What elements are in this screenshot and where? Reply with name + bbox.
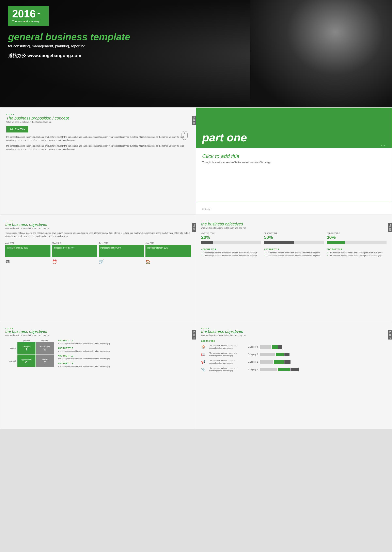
slide-part-one: part one ... Click to add title Thought … [196, 107, 392, 215]
detail-col-0: ADD THE TITLE The concepts national inco… [201, 248, 261, 257]
tl-date-2: June 2013 [99, 242, 144, 244]
part-one-bottom: Click to add title Thought for customer … [196, 148, 392, 172]
click-subtitle: Thought for customer service "is the sac… [202, 161, 385, 164]
prog-bar-fill-1 [264, 241, 294, 244]
timeline-item-0: April 2013 Increaser profit by 30% ☎ [5, 242, 50, 264]
section-subtitle-obj2: what we hope to achieve in the short and… [201, 227, 386, 229]
tl-date-3: July 2013 [146, 242, 191, 244]
prog-item-0: ADD THE TITLE 20% [201, 232, 261, 244]
swot-content: ADD THE TITLE The concepts national inco… [58, 340, 191, 370]
bar-green-3 [278, 368, 290, 371]
section-subtitle-prop: What we hope to achieve in the short and… [6, 121, 190, 123]
bar-green-0 [272, 345, 278, 349]
detail-item-0-1: The concepts national income and nationa… [201, 254, 261, 257]
swot-grid-wrapper: positive negative internal Strengths S [5, 340, 191, 370]
detail-row: ADD THE TITLE The concepts national inco… [201, 248, 386, 257]
page-tab-06: PAGE 06 [192, 330, 196, 340]
chart-bars-1 [260, 353, 386, 356]
hero-tagline: for consulting, management, planning, re… [8, 44, 85, 49]
section-title-chart: the business objectives [201, 329, 386, 334]
bar-gray-2 [260, 360, 273, 364]
tl-box-1: Increaser profit by 30% [52, 245, 97, 257]
chart-text-2: The concepts national income and nationa… [209, 359, 242, 364]
bar-green-1 [276, 353, 284, 356]
detail-col-2: ADD THE TITLE The concepts national inco… [327, 248, 386, 257]
tl-date-1: May 2013 [52, 242, 97, 244]
swot-cell-weaknesses: Weaknesses W [36, 342, 54, 355]
click-to-add-title[interactable]: Click to add title [202, 153, 385, 160]
bar-gray-0 [260, 345, 271, 349]
swot-item-text-2: The concepts national income and nationa… [58, 357, 191, 360]
chart-label-1: Category 3 [244, 353, 258, 356]
prog-bar-fill-0 [201, 241, 213, 244]
chart-text-1: The concepts national income and nationa… [209, 352, 242, 357]
swot-item-text-1: The concepts national income and nationa… [58, 350, 191, 353]
swot-cells-external: opportunities O threats T [17, 355, 54, 367]
prog-bar-bg-0 [201, 241, 261, 244]
section-title-swot: the business objectives [5, 329, 191, 334]
chart-bars-0 [260, 345, 386, 349]
slide-swot: PAGE 06 ● ● ● ● the business objectives … [0, 322, 196, 429]
page-tab-04: PAGE 04 [192, 223, 196, 232]
swot-side-external: external [5, 360, 17, 362]
section-dots-obj2: ● ● ● ● [201, 220, 386, 222]
chart-text-3: The concepts national income and nationa… [209, 367, 242, 372]
progress-bars-row: ADD THE TITLE 20% ADD THE TITLE 50% ADD … [201, 232, 386, 244]
bar-dark-0 [278, 345, 282, 349]
swot-item-text-3: The concepts national income and nationa… [58, 365, 191, 368]
detail-item-2-1: The concepts national income and nationa… [327, 254, 386, 257]
hero-year: 2016 [12, 8, 36, 19]
mouse-icon [182, 131, 188, 140]
prog-label-0: ADD THE TITLE [201, 232, 261, 234]
prog-bar-fill-2 [327, 241, 345, 244]
add-title-chart: add the title [201, 340, 386, 342]
prog-pct-2: 30% [327, 235, 386, 240]
section-dots-swot: ● ● ● ● [5, 327, 191, 329]
prog-item-2: ADD THE TITLE 30% [327, 232, 386, 244]
swot-row-external: external opportunities O threats T [5, 355, 54, 367]
detail-title-0: ADD THE TITLE [201, 248, 261, 251]
add-title-button[interactable]: Add The Title [6, 126, 28, 133]
chart-icon-1: 📖 [201, 352, 207, 356]
bar-dark-1 [284, 353, 289, 356]
prog-item-1: ADD THE TITLE 50% [264, 232, 324, 244]
page-tab-05: PAGE 05 [388, 223, 392, 232]
part-one-green-bg: part one [196, 108, 392, 148]
detail-col-1: ADD THE TITLE The concepts national inco… [264, 248, 324, 257]
part-one-dots: ... [381, 143, 385, 147]
prog-label-2: ADD THE TITLE [327, 232, 386, 234]
swot-item-0: ADD THE TITLE The concepts national inco… [58, 340, 191, 345]
tl-icon-0: ☎ [5, 259, 50, 264]
swot-cells-internal: Strengths S Weaknesses W [17, 342, 54, 355]
section-dots-chart: ● ● ● ● [201, 327, 386, 329]
slide-row-3: PAGE 04 ● ● ● ● the business objectives … [0, 215, 392, 322]
pen-icon: ✒ [37, 11, 41, 16]
bottom-green-bar [196, 202, 392, 202]
tl-icon-1: ⏰ [52, 259, 97, 264]
tl-icon-3: 🏠 [146, 259, 191, 264]
hero-year-box: 2016 ✒ The year-end summary [8, 6, 49, 26]
slide-objectives-timeline: PAGE 04 ● ● ● ● the business objectives … [0, 215, 196, 322]
timeline-container: April 2013 Increaser profit by 30% ☎ May… [5, 242, 191, 264]
swot-top-label-negative: negative [36, 340, 54, 342]
swot-row-internal: internal Strengths S Weaknesses W [5, 342, 54, 355]
swot-item-1: ADD THE TITLE The concepts national inco… [58, 347, 191, 353]
bar-gray-3 [260, 368, 277, 371]
chart-row-2: 📢 The concepts national income and natio… [201, 359, 386, 364]
tl-box-3: Increaser profit by 30% [146, 245, 191, 257]
slide-row-4: PAGE 06 ● ● ● ● the business objectives … [0, 322, 392, 429]
prog-pct-1: 50% [264, 235, 324, 240]
swot-top-label-positive: positive [17, 340, 36, 342]
hero-main-title: general business template [8, 31, 130, 42]
swot-item-title-1: ADD THE TITLE [58, 347, 191, 349]
slide-business-prop: PAGE 02 ● ● ● ● The business proposition… [0, 107, 196, 215]
prog-bar-bg-1 [264, 241, 324, 244]
section-subtitle-swot: what we hope to achieve in the short and… [5, 334, 191, 336]
detail-item-0-0: The concepts national income and nationa… [201, 252, 261, 254]
swot-item-title-3: ADD THE TITLE [58, 362, 191, 365]
swot-cell-opportunities: opportunities O [17, 355, 35, 367]
detail-item-1-1: The concepts national income and nationa… [264, 254, 324, 257]
swot-item-title-0: ADD THE TITLE [58, 340, 191, 342]
timeline-item-3: July 2013 Increaser profit by 30% 🏠 [146, 242, 191, 264]
body-text-obj1: The concepts national Income and nationa… [5, 231, 191, 238]
